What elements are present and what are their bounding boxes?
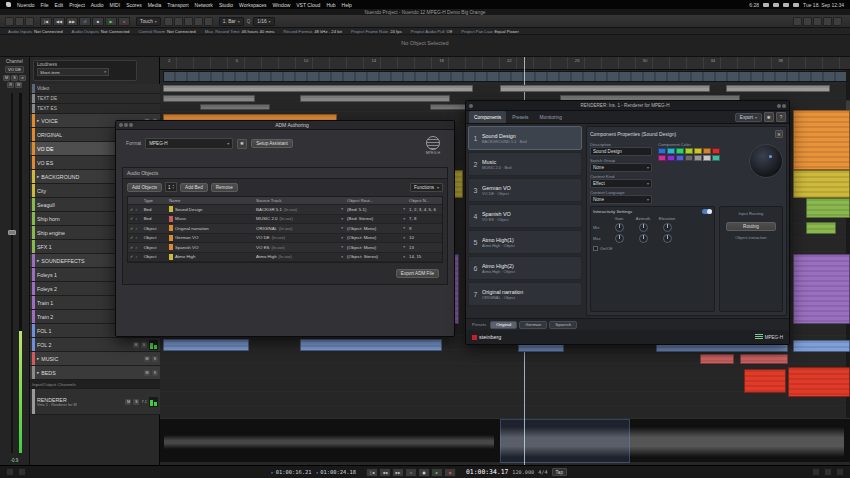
menu-item[interactable]: File bbox=[41, 2, 49, 8]
solo-button[interactable]: S bbox=[133, 399, 139, 405]
object-routing-cell[interactable]: (Object: Mono) ▾ bbox=[345, 245, 407, 250]
audio-object-row[interactable]: ✓ ♪ Object Spanish VO VO ES (In use) bbox=[128, 243, 442, 253]
help-icon[interactable]: ? bbox=[776, 112, 786, 122]
object-routing-cell[interactable]: (Bed: 5.1) ▾ bbox=[345, 207, 407, 212]
adm-titlebar[interactable]: ADM Authoring bbox=[116, 121, 454, 130]
quantize-preset-select[interactable]: 1/16 ▾ bbox=[253, 17, 274, 26]
stepper-down-icon[interactable]: ▾ bbox=[173, 187, 175, 190]
right-locator-time[interactable]: 01:00:24.18 bbox=[320, 469, 356, 475]
status-value[interactable]: 24 fps bbox=[390, 29, 402, 34]
gain-min-knob[interactable] bbox=[615, 223, 624, 232]
window-controls[interactable] bbox=[119, 123, 133, 127]
mute-button[interactable]: M bbox=[133, 342, 139, 348]
status-info-item[interactable]: Project Audio Pull Off bbox=[411, 29, 452, 34]
plugin-tab[interactable]: Components bbox=[469, 111, 506, 123]
object-routing-cell[interactable]: (Object: Mono) ▾ bbox=[345, 235, 407, 240]
cycle-icon[interactable]: ↺ bbox=[79, 17, 91, 26]
component-item[interactable]: 6 Atmo High(2) Atmo High · Object bbox=[468, 256, 582, 280]
loudness-mode-select[interactable]: Short-term ▾ bbox=[37, 68, 109, 76]
mute-button[interactable]: M bbox=[125, 399, 131, 405]
source-track-cell[interactable]: BACKGR 5.1 (In use) ▾ bbox=[254, 207, 345, 212]
status-value[interactable]: Equal Power bbox=[495, 29, 519, 34]
spotlight-icon[interactable] bbox=[783, 3, 789, 7]
arranger-mode-icon[interactable] bbox=[6, 468, 14, 476]
monitor-icon[interactable]: ♪ bbox=[135, 254, 137, 259]
tap-tempo-button[interactable]: Tap bbox=[552, 468, 567, 476]
source-track-cell[interactable]: VO ES (In use) ▾ bbox=[254, 245, 345, 250]
functions-dropdown[interactable]: Functions ▾ bbox=[410, 183, 443, 192]
export-adm-button[interactable]: Export ADM File bbox=[396, 269, 439, 278]
track-row[interactable]: ▸ TEXT ES M S bbox=[30, 104, 160, 114]
solo-button[interactable]: S bbox=[152, 356, 158, 362]
play-button[interactable]: ▶ bbox=[431, 468, 443, 477]
interactivity-toggle[interactable] bbox=[702, 209, 712, 214]
project-setup-icon[interactable] bbox=[15, 17, 24, 26]
folder-arrow-icon[interactable]: ▸ bbox=[37, 370, 39, 375]
preset-button[interactable]: Spanish bbox=[549, 321, 577, 329]
solo-button[interactable]: S bbox=[152, 370, 158, 376]
status-value[interactable]: 48 kHz - 24 bit bbox=[314, 29, 342, 34]
status-value[interactable]: 46 hours 40 mins bbox=[242, 29, 275, 34]
go-to-start-icon[interactable]: |◀ bbox=[40, 17, 52, 26]
export-button[interactable]: Export ▾ bbox=[735, 113, 762, 122]
status-value[interactable]: Not Connected bbox=[34, 29, 63, 34]
routing-button[interactable]: Routing bbox=[726, 222, 776, 231]
description-field[interactable]: Sound Design bbox=[590, 147, 652, 156]
status-value[interactable]: Not Connected bbox=[101, 29, 130, 34]
zoom-icon[interactable] bbox=[833, 17, 842, 26]
column-header[interactable]: Source Track bbox=[254, 197, 345, 204]
wifi-icon[interactable] bbox=[773, 3, 779, 7]
status-info-item[interactable]: Project Frame Rate 24 fps bbox=[351, 29, 402, 34]
overview-selection[interactable] bbox=[500, 419, 630, 463]
stop-button[interactable]: ■ bbox=[418, 468, 430, 477]
row-checkbox[interactable]: ✓ bbox=[130, 245, 133, 250]
channel-button[interactable]: W bbox=[15, 82, 22, 88]
record-icon[interactable]: ● bbox=[118, 17, 130, 26]
tempo-display[interactable]: 120.000 bbox=[512, 469, 534, 475]
component-item[interactable]: 2 Music MUSIC 2.0 · Bed bbox=[468, 152, 582, 176]
stop-icon[interactable]: ■ bbox=[92, 17, 104, 26]
plugin-tab[interactable]: Presets bbox=[507, 111, 533, 123]
color-swatch[interactable] bbox=[703, 148, 711, 154]
setup-toolbar-icon[interactable] bbox=[823, 17, 832, 26]
folder-arrow-icon[interactable]: ▸ bbox=[37, 174, 39, 179]
audio-object-row[interactable]: ✓ ♪ Bed Music MUSIC 2.0 (In use) bbox=[128, 215, 442, 225]
onoff-checkbox[interactable] bbox=[593, 246, 598, 251]
color-swatch[interactable] bbox=[667, 148, 675, 154]
video-thumbnail-track[interactable] bbox=[163, 71, 847, 82]
elevation-max-knob[interactable] bbox=[663, 234, 672, 243]
go-to-start-button[interactable]: |◀ bbox=[366, 468, 378, 477]
settings-gear-icon[interactable]: ✱ bbox=[764, 112, 774, 122]
menu-item[interactable]: Nuendo bbox=[17, 2, 35, 8]
plugin-titlebar[interactable]: RENDERER: Ins. 1 - Renderer for MPEG-H bbox=[466, 101, 789, 111]
track-row[interactable]: ▸ BEDS M S bbox=[30, 366, 160, 380]
track-row[interactable]: ▸ TEXT DE M S bbox=[30, 94, 160, 104]
azimuth-max-knob[interactable] bbox=[639, 234, 648, 243]
metronome-icon[interactable] bbox=[18, 468, 26, 476]
content-kind-select[interactable]: Effect ▾ bbox=[590, 179, 652, 188]
color-swatch[interactable] bbox=[658, 155, 666, 161]
track-row[interactable]: ▸ MUSIC M S bbox=[30, 352, 160, 366]
row-checkbox[interactable]: ✓ bbox=[130, 226, 133, 231]
component-item[interactable]: 7 Original narration ORIGINAL · Object bbox=[468, 282, 582, 306]
status-info-item[interactable]: Audio Inputs Not Connected bbox=[8, 29, 63, 34]
add-bed-button[interactable]: Add Bed bbox=[180, 183, 208, 192]
remove-button[interactable]: Remove bbox=[211, 183, 238, 192]
preset-button[interactable]: Original bbox=[490, 321, 517, 329]
mute-button[interactable]: M bbox=[144, 370, 150, 376]
menu-item[interactable]: Help bbox=[342, 2, 352, 8]
status-info-item[interactable]: Audio Outputs Not Connected bbox=[72, 29, 130, 34]
plugin-tab[interactable]: Monitoring bbox=[534, 111, 566, 123]
control-center-icon[interactable] bbox=[793, 3, 799, 7]
rewind-icon[interactable]: ◀◀ bbox=[53, 17, 65, 26]
audio-object-row[interactable]: ✓ ♪ Object Atmo High Atmo High (In use) bbox=[128, 253, 442, 263]
menu-item[interactable]: Media bbox=[148, 2, 162, 8]
timeline-ruler[interactable]: 261014182226303438 bbox=[160, 57, 850, 70]
close-icon[interactable]: ✕ bbox=[775, 130, 783, 138]
folder-arrow-icon[interactable]: ▸ bbox=[37, 356, 39, 361]
column-header[interactable]: Type bbox=[142, 197, 167, 204]
object-routing-cell[interactable]: (Object: Stereo) ▾ bbox=[345, 254, 407, 259]
menu-item[interactable]: Project bbox=[69, 2, 85, 8]
format-settings-button[interactable]: ✱ bbox=[237, 139, 247, 149]
forward-button[interactable]: ▶▶ bbox=[392, 468, 404, 477]
